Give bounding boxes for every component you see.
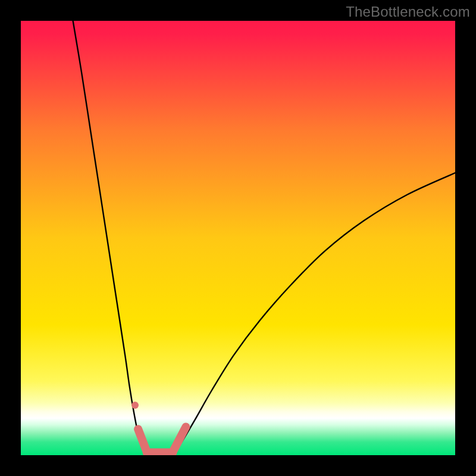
highlight-dot bbox=[131, 402, 139, 409]
chart-frame: TheBottleneck.com bbox=[0, 0, 476, 476]
svg-rect-0 bbox=[21, 21, 455, 455]
chart-svg bbox=[21, 21, 455, 455]
watermark-text: TheBottleneck.com bbox=[346, 4, 470, 20]
plot-area bbox=[21, 21, 455, 455]
